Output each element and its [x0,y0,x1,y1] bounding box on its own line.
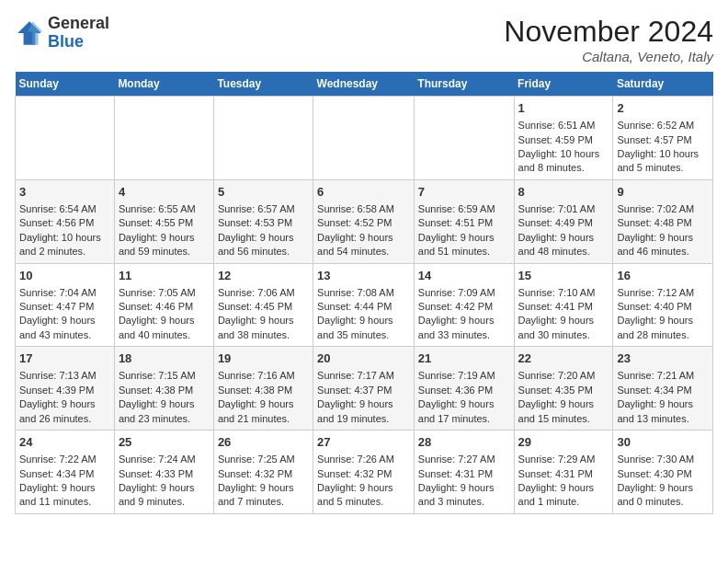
calendar-cell: 9Sunrise: 7:02 AM Sunset: 4:48 PM Daylig… [613,179,713,263]
day-info: Sunrise: 7:25 AM Sunset: 4:32 PM Dayligh… [218,454,295,507]
day-number: 4 [119,184,210,201]
day-info: Sunrise: 7:12 AM Sunset: 4:40 PM Dayligh… [617,287,694,340]
day-info: Sunrise: 7:13 AM Sunset: 4:39 PM Dayligh… [19,370,97,423]
calendar-cell: 2Sunrise: 6:52 AM Sunset: 4:57 PM Daylig… [613,97,713,180]
day-number: 19 [218,350,309,367]
month-title: November 2024 [504,15,713,49]
calendar-cell: 8Sunrise: 7:01 AM Sunset: 4:49 PM Daylig… [514,179,613,263]
day-number: 7 [418,184,510,201]
day-header-monday: Monday [114,72,213,97]
calendar-cell: 26Sunrise: 7:25 AM Sunset: 4:32 PM Dayli… [213,431,313,514]
calendar-cell: 6Sunrise: 6:58 AM Sunset: 4:52 PM Daylig… [313,179,415,263]
day-number: 2 [617,100,709,117]
calendar-cell: 19Sunrise: 7:16 AM Sunset: 4:38 PM Dayli… [213,347,313,431]
day-number: 10 [19,268,110,284]
day-info: Sunrise: 6:51 AM Sunset: 4:59 PM Dayligh… [518,120,600,173]
day-info: Sunrise: 6:58 AM Sunset: 4:52 PM Dayligh… [317,203,394,257]
day-header-tuesday: Tuesday [213,72,313,97]
day-number: 13 [317,268,410,284]
day-number: 20 [317,350,410,367]
day-number: 15 [518,268,609,284]
day-header-wednesday: Wednesday [313,72,415,97]
calendar-week-0: 1Sunrise: 6:51 AM Sunset: 4:59 PM Daylig… [16,97,713,180]
day-info: Sunrise: 7:09 AM Sunset: 4:42 PM Dayligh… [418,287,495,340]
calendar-cell [16,97,115,180]
calendar-cell: 30Sunrise: 7:30 AM Sunset: 4:30 PM Dayli… [613,431,713,514]
day-info: Sunrise: 7:02 AM Sunset: 4:48 PM Dayligh… [617,203,694,257]
calendar-cell [114,97,213,180]
calendar-cell: 18Sunrise: 7:15 AM Sunset: 4:38 PM Dayli… [114,347,213,431]
calendar-header: SundayMondayTuesdayWednesdayThursdayFrid… [16,72,713,97]
day-info: Sunrise: 7:15 AM Sunset: 4:38 PM Dayligh… [119,370,196,423]
calendar-cell: 1Sunrise: 6:51 AM Sunset: 4:59 PM Daylig… [514,97,613,180]
day-info: Sunrise: 7:26 AM Sunset: 4:32 PM Dayligh… [317,454,394,507]
day-number: 24 [19,434,110,451]
calendar-cell [313,97,415,180]
day-number: 5 [218,184,309,201]
day-number: 18 [119,350,210,367]
day-info: Sunrise: 7:05 AM Sunset: 4:46 PM Dayligh… [119,287,196,340]
calendar-cell: 7Sunrise: 6:59 AM Sunset: 4:51 PM Daylig… [414,179,514,263]
day-number: 8 [518,184,609,201]
day-number: 6 [317,184,410,201]
day-number: 11 [119,268,210,284]
day-info: Sunrise: 7:06 AM Sunset: 4:45 PM Dayligh… [218,287,295,340]
calendar-cell: 29Sunrise: 7:29 AM Sunset: 4:31 PM Dayli… [514,431,613,514]
calendar-cell: 20Sunrise: 7:17 AM Sunset: 4:37 PM Dayli… [313,347,415,431]
day-info: Sunrise: 7:19 AM Sunset: 4:36 PM Dayligh… [418,370,495,423]
calendar-cell: 13Sunrise: 7:08 AM Sunset: 4:44 PM Dayli… [313,263,415,347]
calendar-cell: 12Sunrise: 7:06 AM Sunset: 4:45 PM Dayli… [213,263,313,347]
day-number: 16 [617,268,709,284]
calendar-cell: 16Sunrise: 7:12 AM Sunset: 4:40 PM Dayli… [613,263,713,347]
calendar-week-1: 3Sunrise: 6:54 AM Sunset: 4:56 PM Daylig… [16,179,713,263]
day-info: Sunrise: 7:16 AM Sunset: 4:38 PM Dayligh… [218,370,295,423]
page-header: General Blue November 2024 Caltana, Vene… [15,15,713,64]
day-info: Sunrise: 6:54 AM Sunset: 4:56 PM Dayligh… [19,203,101,257]
day-info: Sunrise: 7:29 AM Sunset: 4:31 PM Dayligh… [518,454,596,507]
calendar-cell: 15Sunrise: 7:10 AM Sunset: 4:41 PM Dayli… [514,263,613,347]
calendar-cell: 27Sunrise: 7:26 AM Sunset: 4:32 PM Dayli… [313,431,415,514]
calendar-cell: 24Sunrise: 7:22 AM Sunset: 4:34 PM Dayli… [16,431,115,514]
calendar-cell: 3Sunrise: 6:54 AM Sunset: 4:56 PM Daylig… [16,179,115,263]
day-number: 14 [418,268,510,284]
day-number: 23 [617,350,709,367]
day-number: 28 [418,434,510,451]
logo-blue: Blue [48,32,84,51]
calendar-cell: 25Sunrise: 7:24 AM Sunset: 4:33 PM Dayli… [114,431,213,514]
day-number: 29 [518,434,609,451]
calendar-cell: 22Sunrise: 7:20 AM Sunset: 4:35 PM Dayli… [514,347,613,431]
day-number: 17 [19,350,110,367]
day-info: Sunrise: 7:20 AM Sunset: 4:35 PM Dayligh… [518,370,596,423]
day-info: Sunrise: 6:55 AM Sunset: 4:55 PM Dayligh… [119,203,196,257]
calendar-cell: 10Sunrise: 7:04 AM Sunset: 4:47 PM Dayli… [16,263,115,347]
calendar-week-4: 24Sunrise: 7:22 AM Sunset: 4:34 PM Dayli… [16,431,713,514]
calendar-cell: 5Sunrise: 6:57 AM Sunset: 4:53 PM Daylig… [213,179,313,263]
logo-text: General Blue [48,15,109,52]
day-info: Sunrise: 7:01 AM Sunset: 4:49 PM Dayligh… [518,203,596,257]
calendar-cell: 17Sunrise: 7:13 AM Sunset: 4:39 PM Dayli… [16,347,115,431]
day-number: 1 [518,100,609,117]
logo: General Blue [15,15,109,52]
day-info: Sunrise: 7:24 AM Sunset: 4:33 PM Dayligh… [119,454,196,507]
header-row: SundayMondayTuesdayWednesdayThursdayFrid… [16,72,713,97]
calendar-body: 1Sunrise: 6:51 AM Sunset: 4:59 PM Daylig… [16,97,713,514]
day-info: Sunrise: 7:17 AM Sunset: 4:37 PM Dayligh… [317,370,394,423]
day-number: 27 [317,434,410,451]
day-number: 12 [218,268,309,284]
day-number: 3 [19,184,110,201]
day-info: Sunrise: 6:52 AM Sunset: 4:57 PM Dayligh… [617,120,699,173]
calendar-week-2: 10Sunrise: 7:04 AM Sunset: 4:47 PM Dayli… [16,263,713,347]
day-info: Sunrise: 7:27 AM Sunset: 4:31 PM Dayligh… [418,454,495,507]
logo-icon [15,18,44,48]
calendar-table: SundayMondayTuesdayWednesdayThursdayFrid… [15,72,713,514]
day-info: Sunrise: 7:30 AM Sunset: 4:30 PM Dayligh… [617,454,694,507]
day-info: Sunrise: 6:57 AM Sunset: 4:53 PM Dayligh… [218,203,295,257]
logo-general: General [48,14,109,32]
day-number: 21 [418,350,510,367]
day-info: Sunrise: 7:10 AM Sunset: 4:41 PM Dayligh… [518,287,596,340]
title-block: November 2024 Caltana, Veneto, Italy [504,15,713,64]
day-number: 26 [218,434,309,451]
day-number: 25 [119,434,210,451]
day-number: 22 [518,350,609,367]
day-header-sunday: Sunday [16,72,115,97]
